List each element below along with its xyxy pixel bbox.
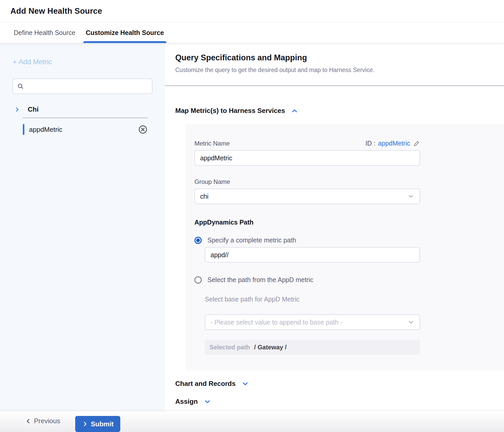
group-name-value: chi bbox=[200, 193, 208, 200]
group-name-label: Group Name bbox=[194, 178, 420, 185]
search-input[interactable] bbox=[27, 79, 148, 93]
assign-title: Assign bbox=[175, 398, 198, 406]
metric-group-chi[interactable]: Chi bbox=[14, 105, 165, 113]
chevron-down-icon bbox=[241, 380, 249, 388]
plus-icon: + bbox=[12, 58, 17, 66]
dialog-header: Add New Health Source bbox=[0, 0, 504, 22]
add-health-source-dialog: Add New Health Source Define Health Sour… bbox=[0, 0, 504, 432]
selected-path-value: / Gateway / bbox=[254, 344, 286, 351]
tab-label: Customize Health Source bbox=[86, 29, 164, 37]
radio-selected-icon bbox=[194, 237, 202, 244]
radio-select-path-from-appd[interactable]: Select the path from the AppD metric bbox=[194, 276, 420, 284]
chevron-right-icon bbox=[14, 107, 20, 112]
radio-label: Select the path from the AppD metric bbox=[207, 276, 313, 284]
chevron-right-icon bbox=[82, 421, 88, 427]
edit-pencil-icon[interactable] bbox=[413, 140, 420, 147]
id-label: ID : bbox=[365, 140, 375, 147]
metric-item-label: appdMetric bbox=[29, 126, 62, 134]
tab-define-health-source[interactable]: Define Health Source bbox=[11, 22, 78, 43]
section-title: Query Specifications and Mapping bbox=[175, 53, 504, 62]
section-subtitle: Customize the query to get the desired o… bbox=[175, 67, 504, 74]
chart-and-records-section-toggle[interactable]: Chart and Records bbox=[175, 380, 504, 388]
metric-list-item-appdmetric[interactable]: appdMetric bbox=[23, 121, 148, 138]
map-metrics-section-title: Map Metric(s) to Harness Services bbox=[175, 107, 285, 115]
base-path-select[interactable]: - Please select value to append to base … bbox=[205, 314, 420, 330]
add-metric-label: Add Metric bbox=[19, 58, 52, 66]
content-divider bbox=[165, 85, 504, 86]
metric-name-input[interactable] bbox=[194, 150, 420, 166]
page-title: Add New Health Source bbox=[10, 6, 102, 16]
add-metric-button[interactable]: + Add Metric bbox=[12, 58, 52, 66]
chevron-down-icon bbox=[408, 193, 414, 200]
search-icon bbox=[17, 83, 24, 90]
metric-mapping-form: Metric Name ID : appdMetric Group Name c… bbox=[186, 124, 504, 370]
selected-indicator-bar bbox=[23, 124, 24, 135]
id-value: appdMetric bbox=[378, 140, 410, 147]
map-metrics-section-toggle[interactable]: Map Metric(s) to Harness Services bbox=[175, 107, 504, 115]
group-name-select[interactable]: chi bbox=[194, 189, 420, 204]
tab-label: Define Health Source bbox=[14, 29, 75, 37]
complete-metric-path-input[interactable] bbox=[205, 247, 420, 263]
group-divider bbox=[23, 118, 148, 118]
radio-unselected-icon bbox=[194, 276, 202, 284]
metric-name-label: Metric Name bbox=[194, 140, 230, 147]
dialog-footer: Previous Submit bbox=[0, 411, 504, 432]
submit-label: Submit bbox=[91, 420, 114, 428]
tab-customize-health-source[interactable]: Customize Health Source bbox=[83, 22, 166, 43]
previous-button[interactable]: Previous bbox=[25, 417, 60, 425]
metrics-sidebar: + Add Metric Chi appdMetric bbox=[0, 43, 165, 411]
group-label: Chi bbox=[28, 105, 39, 113]
chevron-down-icon bbox=[204, 398, 211, 406]
chevron-left-icon bbox=[25, 418, 31, 424]
chevron-down-icon bbox=[408, 319, 414, 326]
base-path-placeholder: - Please select value to append to base … bbox=[211, 319, 342, 326]
metric-id-group: ID : appdMetric bbox=[365, 140, 420, 147]
selected-path-label: Selected path bbox=[209, 344, 250, 351]
base-path-label: Select base path for AppD Metric bbox=[205, 296, 420, 303]
tab-bar: Define Health Source Customize Health So… bbox=[0, 22, 504, 43]
selected-path-display: Selected path / Gateway / bbox=[205, 340, 420, 355]
submit-button[interactable]: Submit bbox=[75, 416, 120, 432]
circle-x-icon bbox=[138, 125, 148, 134]
chart-and-records-title: Chart and Records bbox=[175, 380, 236, 388]
chevron-up-icon bbox=[291, 107, 298, 115]
previous-label: Previous bbox=[34, 417, 60, 425]
query-mapping-panel: Query Specifications and Mapping Customi… bbox=[165, 43, 504, 411]
delete-metric-button[interactable] bbox=[138, 125, 148, 134]
radio-complete-metric-path[interactable]: Specify a complete metric path bbox=[194, 236, 420, 244]
metric-search bbox=[12, 78, 152, 94]
assign-section-toggle[interactable]: Assign bbox=[175, 398, 504, 406]
appdynamics-path-heading: AppDynamics Path bbox=[194, 219, 420, 226]
radio-label: Specify a complete metric path bbox=[207, 236, 296, 244]
